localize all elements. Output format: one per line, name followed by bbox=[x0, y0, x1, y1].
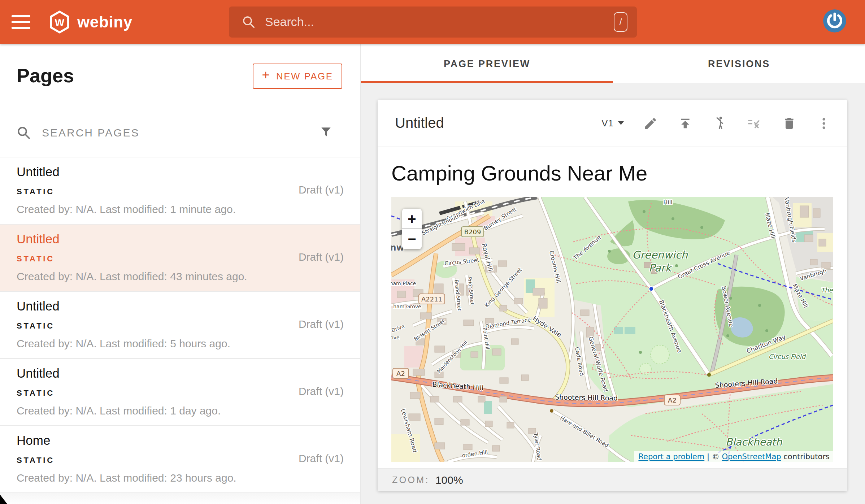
page-item-meta: Created by: N/A. Last modified: 1 minute… bbox=[17, 203, 236, 215]
svg-text:The: The bbox=[821, 286, 833, 294]
svg-text:A2: A2 bbox=[396, 370, 405, 377]
publish-icon bbox=[678, 116, 692, 130]
page-item-meta: Created by: N/A. Last modified: 1 day ag… bbox=[17, 404, 221, 417]
user-avatar[interactable] bbox=[823, 9, 846, 32]
search-icon bbox=[17, 125, 31, 140]
page-item-status: Draft (v1) bbox=[299, 318, 344, 330]
zoom-label: ZOOM: bbox=[392, 475, 430, 485]
checklist-check-x-icon bbox=[747, 116, 762, 131]
page-details-panel: PAGE PREVIEW REVISIONS Untitled V1 bbox=[361, 44, 865, 504]
tab-page-preview[interactable]: PAGE PREVIEW bbox=[361, 44, 613, 83]
page-item-meta: Created by: N/A. Last modified: 43 minut… bbox=[17, 270, 247, 282]
menu-icon[interactable] bbox=[12, 15, 30, 29]
svg-text:Circus Field: Circus Field bbox=[769, 353, 807, 360]
edit-button[interactable] bbox=[643, 116, 658, 131]
map-zoom-control: + − bbox=[402, 209, 422, 249]
svg-text:A2211: A2211 bbox=[421, 295, 442, 303]
search-pages-bar bbox=[0, 108, 360, 157]
zoom-in-button[interactable]: + bbox=[402, 209, 422, 229]
openstreetmap-link[interactable]: OpenStreetMap bbox=[722, 452, 781, 461]
version-value: V1 bbox=[601, 118, 614, 129]
more-options-button[interactable] bbox=[816, 116, 831, 131]
page-item-status: Draft (v1) bbox=[299, 452, 344, 464]
content-heading: Camping Grounds Near Me bbox=[391, 162, 847, 186]
svg-text:Blackheath: Blackheath bbox=[726, 436, 783, 448]
page-list-item[interactable]: Untitled STATIC Draft (v1) Created by: N… bbox=[0, 292, 360, 359]
brand-wordmark: webiny bbox=[77, 13, 132, 31]
page-item-title: Untitled bbox=[17, 232, 60, 247]
svg-text:Park: Park bbox=[649, 262, 673, 274]
trash-icon bbox=[782, 116, 796, 130]
page-list-item-partial bbox=[0, 493, 360, 504]
page-item-type: STATIC bbox=[17, 321, 55, 330]
preview-zoom-bar: ZOOM: 100% bbox=[378, 468, 847, 491]
vertical-dots-icon bbox=[816, 116, 831, 130]
pencil-icon bbox=[643, 116, 657, 130]
page-item-title: Untitled bbox=[17, 366, 60, 381]
openstreetmap-embed[interactable]: B209 A2211 A2 A2 Greenwich Line Straight… bbox=[391, 197, 833, 462]
webiny-logo: W webiny bbox=[48, 10, 132, 34]
page-item-status: Draft (v1) bbox=[299, 183, 344, 196]
page-item-type: STATIC bbox=[17, 187, 55, 196]
delete-button[interactable] bbox=[781, 116, 796, 131]
page-title: Pages bbox=[17, 65, 253, 87]
zoom-out-button[interactable]: − bbox=[402, 229, 422, 249]
tab-revisions[interactable]: REVISIONS bbox=[613, 44, 865, 83]
publish-button[interactable] bbox=[677, 116, 692, 131]
search-pages-input[interactable] bbox=[42, 126, 301, 139]
webiny-admin-page: W webiny / Pages + NEW PAGE bbox=[0, 0, 865, 504]
page-preview-card: Untitled V1 bbox=[378, 100, 847, 491]
svg-text:ham Grove: ham Grove bbox=[393, 304, 421, 309]
details-tabs: PAGE PREVIEW REVISIONS bbox=[361, 44, 865, 83]
filter-button[interactable] bbox=[301, 123, 334, 142]
new-page-button[interactable]: + NEW PAGE bbox=[253, 64, 342, 89]
page-item-meta: Created by: N/A. Last modified: 5 hours … bbox=[17, 337, 230, 349]
top-app-bar: W webiny / bbox=[0, 0, 865, 44]
contributors-text: contributors bbox=[783, 452, 830, 461]
pages-header: Pages + NEW PAGE bbox=[0, 44, 360, 108]
preview-page-title: Untitled bbox=[395, 115, 601, 131]
svg-text:Greenwich: Greenwich bbox=[632, 249, 688, 261]
global-search-input[interactable] bbox=[265, 15, 614, 29]
svg-text:Hill: Hill bbox=[663, 199, 672, 206]
filter-icon bbox=[319, 125, 333, 138]
page-item-title: Home bbox=[17, 433, 50, 448]
page-item-type: STATIC bbox=[17, 254, 55, 263]
page-item-title: Untitled bbox=[17, 165, 60, 180]
page-item-status: Draft (v1) bbox=[299, 385, 344, 397]
review-requests-button[interactable] bbox=[747, 116, 762, 131]
pages-list-panel: Pages + NEW PAGE Untitled STATIC Draft (… bbox=[0, 44, 361, 504]
svg-text:A2: A2 bbox=[668, 396, 677, 404]
submit-review-button[interactable] bbox=[712, 116, 727, 131]
page-list-item[interactable]: Untitled STATIC Draft (v1) Created by: N… bbox=[0, 359, 360, 426]
svg-text:Shooters Hill Road: Shooters Hill Road bbox=[555, 393, 618, 402]
svg-text:W: W bbox=[55, 17, 65, 28]
person-waving-icon bbox=[712, 116, 727, 131]
page-list-item[interactable]: Untitled STATIC Draft (v1) Created by: N… bbox=[0, 157, 360, 225]
keyboard-shortcut-badge: / bbox=[614, 12, 627, 32]
copyright-symbol: © bbox=[712, 452, 720, 461]
svg-text:B209: B209 bbox=[464, 228, 481, 236]
page-item-meta: Created by: N/A. Last modified: 23 hours… bbox=[17, 472, 236, 484]
page-item-status: Draft (v1) bbox=[299, 251, 344, 263]
page-item-title: Untitled bbox=[17, 299, 60, 314]
new-page-label: NEW PAGE bbox=[276, 71, 333, 82]
plus-icon: + bbox=[262, 68, 270, 83]
attribution-separator: | bbox=[707, 452, 709, 461]
preview-card-header: Untitled V1 bbox=[378, 100, 847, 147]
webiny-hexagon-icon: W bbox=[48, 10, 71, 34]
chevron-down-icon bbox=[618, 121, 624, 125]
svg-text:ove: ove bbox=[391, 335, 400, 340]
search-icon bbox=[242, 15, 256, 29]
version-dropdown[interactable]: V1 bbox=[601, 118, 624, 129]
map-canvas: B209 A2211 A2 A2 Greenwich Line Straight… bbox=[391, 197, 833, 462]
report-problem-link[interactable]: Report a problem bbox=[638, 452, 704, 461]
page-item-type: STATIC bbox=[17, 456, 55, 464]
page-list-item-selected[interactable]: Untitled STATIC Draft (v1) Created by: N… bbox=[0, 225, 360, 292]
map-attribution: Report a problem | © OpenStreetMap contr… bbox=[634, 451, 833, 462]
zoom-value: 100% bbox=[435, 474, 463, 486]
page-list-item[interactable]: Home STATIC Draft (v1) Created by: N/A. … bbox=[0, 426, 360, 493]
page-item-type: STATIC bbox=[17, 388, 55, 397]
svg-text:ham Place: ham Place bbox=[391, 281, 416, 286]
global-search: / bbox=[229, 6, 637, 38]
